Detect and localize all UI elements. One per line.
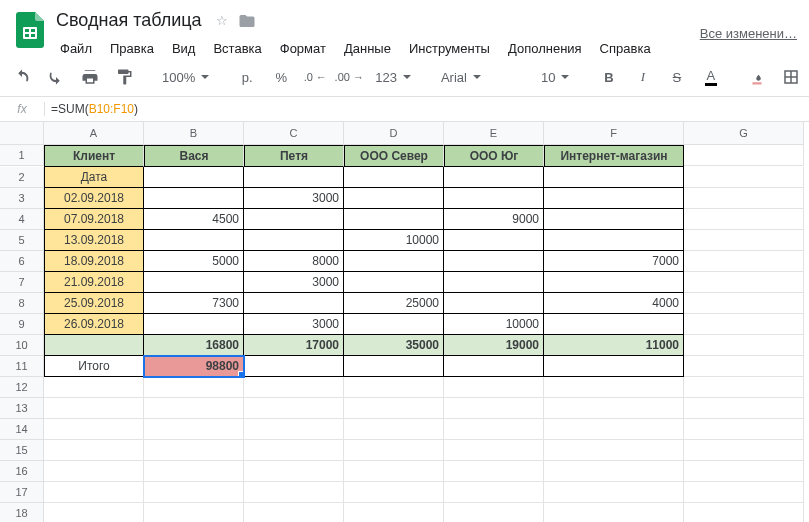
menu-addons[interactable]: Дополнения	[500, 37, 590, 60]
cell[interactable]: 7000	[544, 251, 684, 272]
cell[interactable]	[44, 503, 144, 522]
cell[interactable]	[144, 419, 244, 440]
cell[interactable]	[244, 209, 344, 230]
row-header[interactable]: 16	[0, 461, 44, 482]
cell[interactable]: Клиент	[44, 145, 144, 167]
cell[interactable]: Дата	[44, 167, 144, 188]
cell[interactable]	[684, 209, 804, 230]
cell[interactable]	[544, 209, 684, 230]
cell[interactable]	[444, 356, 544, 377]
row-header[interactable]: 8	[0, 293, 44, 314]
cell[interactable]	[544, 356, 684, 377]
cell[interactable]: 02.09.2018	[44, 188, 144, 209]
text-color-button[interactable]: A	[697, 64, 725, 90]
row-header[interactable]: 4	[0, 209, 44, 230]
undo-button[interactable]	[8, 64, 36, 90]
menu-edit[interactable]: Правка	[102, 37, 162, 60]
cell[interactable]	[684, 293, 804, 314]
cell[interactable]	[684, 167, 804, 188]
cell[interactable]	[344, 398, 444, 419]
cell[interactable]: 9000	[444, 209, 544, 230]
cell[interactable]	[44, 440, 144, 461]
cell[interactable]	[144, 440, 244, 461]
cell[interactable]: 7300	[144, 293, 244, 314]
cell[interactable]	[144, 461, 244, 482]
cell[interactable]: 10000	[444, 314, 544, 335]
cell[interactable]	[144, 167, 244, 188]
cell[interactable]: 26.09.2018	[44, 314, 144, 335]
cell[interactable]	[444, 167, 544, 188]
cell[interactable]: 4500	[144, 209, 244, 230]
cell[interactable]	[144, 230, 244, 251]
star-icon[interactable]: ☆	[216, 13, 228, 28]
col-header[interactable]: A	[44, 122, 144, 145]
font-family-dropdown[interactable]: Arial	[435, 64, 517, 90]
row-header[interactable]: 17	[0, 482, 44, 503]
cell[interactable]	[144, 188, 244, 209]
cell[interactable]	[684, 188, 804, 209]
sheets-logo[interactable]	[8, 8, 52, 48]
active-cell[interactable]: 98800	[144, 356, 244, 377]
cell[interactable]	[144, 377, 244, 398]
menu-help[interactable]: Справка	[592, 37, 659, 60]
cell[interactable]	[244, 440, 344, 461]
cell[interactable]	[144, 503, 244, 522]
cell[interactable]	[344, 251, 444, 272]
cell[interactable]	[444, 251, 544, 272]
row-header[interactable]: 10	[0, 335, 44, 356]
cell[interactable]	[544, 377, 684, 398]
cell[interactable]	[444, 440, 544, 461]
cell[interactable]	[444, 503, 544, 522]
cell[interactable]	[244, 419, 344, 440]
cell[interactable]: Итого	[44, 356, 144, 377]
cell[interactable]	[684, 230, 804, 251]
increase-decimals-button[interactable]: .00 →	[335, 64, 363, 90]
cell[interactable]	[684, 272, 804, 293]
cell[interactable]: 10000	[344, 230, 444, 251]
font-size-dropdown[interactable]: 10	[535, 64, 577, 90]
cell[interactable]	[444, 482, 544, 503]
cell[interactable]	[244, 398, 344, 419]
cell[interactable]	[144, 398, 244, 419]
decrease-decimals-button[interactable]: .0 ←	[301, 64, 329, 90]
doc-title[interactable]: Сводная таблица	[52, 8, 206, 33]
cell[interactable]	[684, 398, 804, 419]
paint-format-button[interactable]	[110, 64, 138, 90]
cell[interactable]: 17000	[244, 335, 344, 356]
col-header[interactable]: B	[144, 122, 244, 145]
cell[interactable]: 3000	[244, 272, 344, 293]
row-header[interactable]: 9	[0, 314, 44, 335]
row-header[interactable]: 18	[0, 503, 44, 522]
cell[interactable]	[444, 188, 544, 209]
cell[interactable]	[244, 167, 344, 188]
cell[interactable]	[684, 377, 804, 398]
menu-file[interactable]: Файл	[52, 37, 100, 60]
cell[interactable]	[144, 272, 244, 293]
cell[interactable]	[244, 293, 344, 314]
format-currency-button[interactable]: р.	[233, 64, 261, 90]
cell[interactable]	[684, 251, 804, 272]
cell[interactable]	[444, 461, 544, 482]
spreadsheet-grid[interactable]: A B C D E F G 1КлиентВасяПетяООО СеверОО…	[0, 122, 809, 522]
cell[interactable]	[544, 419, 684, 440]
cell[interactable]	[244, 356, 344, 377]
menu-view[interactable]: Вид	[164, 37, 204, 60]
cell[interactable]: 25000	[344, 293, 444, 314]
cell[interactable]	[684, 482, 804, 503]
cell[interactable]: 16800	[144, 335, 244, 356]
cell[interactable]	[44, 377, 144, 398]
cell[interactable]	[684, 419, 804, 440]
cell[interactable]	[684, 440, 804, 461]
cell[interactable]	[544, 482, 684, 503]
cell[interactable]	[344, 272, 444, 293]
cell[interactable]	[44, 398, 144, 419]
cell[interactable]: 8000	[244, 251, 344, 272]
cell[interactable]	[44, 335, 144, 356]
cell[interactable]	[684, 356, 804, 377]
borders-button[interactable]	[777, 64, 805, 90]
menu-tools[interactable]: Инструменты	[401, 37, 498, 60]
row-header[interactable]: 6	[0, 251, 44, 272]
cell[interactable]: ООО Север	[344, 145, 444, 167]
cell[interactable]: 07.09.2018	[44, 209, 144, 230]
cell[interactable]	[44, 419, 144, 440]
